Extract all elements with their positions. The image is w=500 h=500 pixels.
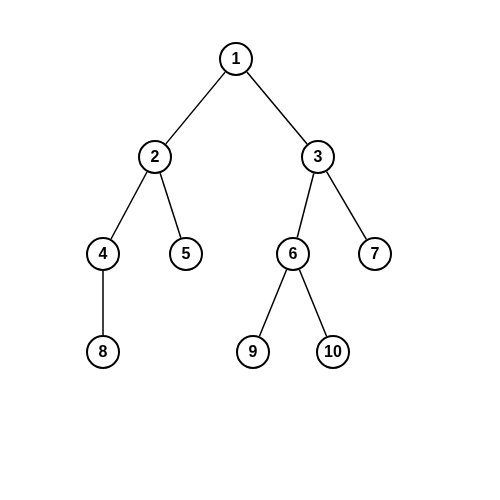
tree-node-5: 5 [169,237,203,271]
tree-node-label: 2 [151,148,160,166]
tree-node-6: 6 [276,237,310,271]
tree-node-3: 3 [301,140,335,174]
tree-edge [247,72,307,144]
tree-edge [297,173,314,237]
tree-edges-layer [0,0,500,500]
tree-edge [166,72,225,144]
tree-node-4: 4 [86,237,120,271]
tree-node-label: 8 [99,343,108,361]
tree-node-label: 1 [232,50,241,68]
tree-edge [160,173,181,238]
tree-node-7: 7 [358,237,392,271]
tree-node-2: 2 [138,140,172,174]
tree-node-label: 6 [289,245,298,263]
tree-node-label: 9 [249,343,258,361]
tree-node-1: 1 [219,42,253,76]
tree-diagram: 12345678910 [0,0,500,500]
tree-node-label: 10 [324,343,342,361]
tree-node-label: 5 [182,245,191,263]
tree-node-9: 9 [236,335,270,369]
tree-edge [299,270,326,337]
tree-edge [259,270,286,337]
tree-node-10: 10 [316,335,350,369]
tree-node-label: 7 [371,245,380,263]
tree-node-label: 3 [314,148,323,166]
tree-node-8: 8 [86,335,120,369]
tree-edge [327,172,367,240]
tree-edge [111,172,147,239]
tree-node-label: 4 [99,245,108,263]
